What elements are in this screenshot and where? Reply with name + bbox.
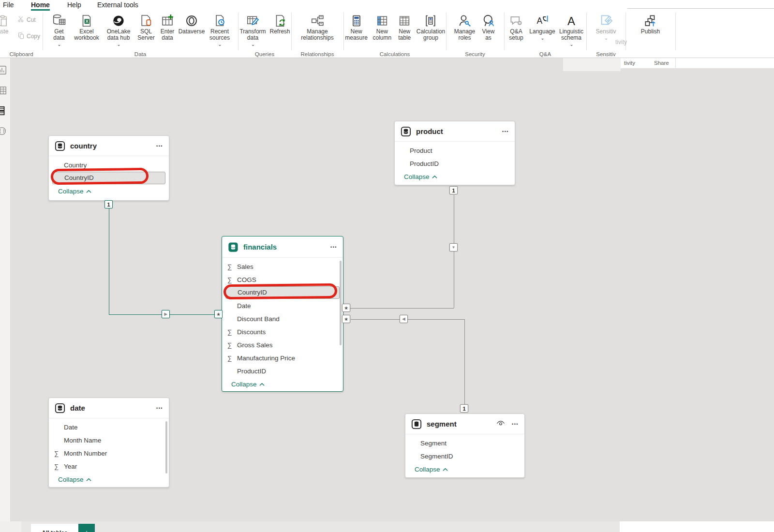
table-card-financials[interactable]: financials ••• ∑Sales ∑COGS CountryID Da… — [222, 236, 343, 392]
more-options-icon[interactable]: ••• — [330, 245, 337, 250]
field-manufacturing-price[interactable]: ∑Manufacturing Price — [222, 352, 343, 365]
collapse-link[interactable]: Collapse — [49, 185, 169, 197]
table-header-product[interactable]: product ••• — [395, 121, 515, 142]
model-view-icon[interactable] — [0, 105, 7, 116]
recent-sources-button[interactable]: Recent sources⌄ — [207, 13, 233, 47]
layout-tab-all-tables[interactable]: All tables — [31, 524, 78, 532]
menu-home[interactable]: Home — [31, 0, 50, 11]
view-as-button[interactable]: View as — [479, 13, 498, 41]
table-view-icon[interactable] — [0, 85, 7, 96]
menu-file[interactable]: File — [3, 0, 14, 11]
onelake-data-hub-button[interactable]: OneLake data hub⌄ — [103, 13, 134, 47]
language-button[interactable]: A Language⌄ — [528, 13, 556, 41]
new-column-button[interactable]: New column — [371, 13, 393, 41]
field-segment[interactable]: Segment — [405, 437, 524, 450]
cardinality-one-country[interactable]: 1 — [104, 200, 113, 208]
dataverse-button[interactable]: Dataverse — [178, 13, 205, 35]
table-header-financials[interactable]: financials ••• — [222, 236, 343, 258]
collapse-link[interactable]: Collapse — [222, 378, 343, 390]
relationship-arrow-right-icon[interactable]: ▶ — [162, 310, 170, 318]
dax-query-view-icon[interactable] — [0, 126, 7, 136]
eye-icon[interactable] — [496, 420, 505, 429]
field-date[interactable]: Date — [222, 299, 343, 312]
field-gross-sales[interactable]: ∑Gross Sales — [222, 339, 343, 352]
more-options-icon[interactable]: ••• — [156, 144, 163, 148]
relationship-arrow-down-icon[interactable]: ▼ — [449, 243, 458, 251]
cardinality-one-segment[interactable]: 1 — [460, 404, 468, 413]
menu-external-tools[interactable]: External tools — [97, 0, 138, 11]
new-measure-button[interactable]: New measure — [343, 13, 369, 41]
cardinality-many-financials[interactable]: * — [342, 315, 350, 323]
relationship-arrow-left-icon[interactable]: ◀ — [400, 315, 408, 323]
qa-setup-button[interactable]: Q&A setup — [506, 13, 527, 41]
copy-label: Copy — [27, 33, 40, 40]
paste-button[interactable]: aste — [0, 13, 13, 35]
new-layout-tab-button[interactable]: + — [78, 524, 95, 532]
field-discounts[interactable]: ∑Discounts — [222, 325, 343, 339]
get-data-button[interactable]: Get data⌄ — [48, 13, 70, 47]
relationship-line-segment-financials[interactable] — [464, 319, 465, 405]
new-table-button[interactable]: New table — [395, 13, 414, 41]
field-month-name[interactable]: Month Name — [49, 434, 169, 447]
more-options-icon[interactable]: ••• — [512, 422, 519, 427]
table-card-product[interactable]: product ••• Product ProductID Collapse — [394, 121, 515, 185]
field-date[interactable]: Date — [49, 421, 169, 434]
field-sales[interactable]: ∑Sales — [222, 260, 343, 273]
refresh-button[interactable]: Refresh — [269, 13, 291, 35]
excel-workbook-button[interactable]: X Excel workbook — [72, 13, 102, 41]
linguistic-schema-button[interactable]: A Linguistic schema⌄ — [558, 13, 585, 47]
field-countryid[interactable]: CountryID — [49, 172, 169, 185]
card-scrollbar[interactable] — [340, 261, 342, 345]
relationship-line-product-financials[interactable] — [454, 195, 454, 308]
table-plus-icon — [160, 13, 175, 29]
field-segmentid[interactable]: SegmentID — [405, 450, 524, 463]
publish-button[interactable]: Publish — [639, 13, 662, 35]
card-scrollbar[interactable] — [165, 421, 167, 473]
cardinality-one-product[interactable]: 1 — [449, 186, 458, 194]
selected-field-pill[interactable]: CountryID — [52, 172, 165, 184]
field-productid[interactable]: ProductID — [395, 157, 515, 170]
sensitivity-button[interactable]: Sensitiv⌄ — [592, 13, 621, 41]
field-countryid[interactable]: CountryID — [222, 286, 343, 299]
manage-relationships-button[interactable]: Manage relationships — [298, 13, 336, 41]
field-month-number[interactable]: ∑Month Number — [49, 447, 169, 460]
calculation-group-button[interactable]: Calculation group — [416, 13, 446, 41]
field-productid[interactable]: ProductID — [222, 365, 343, 378]
table-card-segment[interactable]: segment ••• Segment SegmentID Collapse — [405, 414, 525, 478]
new-column-label: New column — [371, 29, 393, 41]
menu-help[interactable]: Help — [67, 0, 81, 11]
copy-button[interactable]: Copy — [17, 32, 40, 41]
more-options-icon[interactable]: ••• — [502, 129, 509, 134]
sql-server-button[interactable]: SQL Server — [135, 13, 157, 41]
table-card-country[interactable]: country ••• Country CountryID Collapse — [48, 135, 169, 201]
table-card-date[interactable]: date ••• Date Month Name ∑Month Number ∑… — [48, 398, 169, 488]
transform-data-button[interactable]: Transform data⌄ — [238, 13, 268, 47]
report-view-icon[interactable] — [0, 65, 7, 75]
group-label-relationships: Relationships — [291, 51, 343, 57]
collapse-link[interactable]: Collapse — [395, 170, 515, 183]
cut-button[interactable]: Cut — [17, 15, 36, 24]
table-header-segment[interactable]: segment ••• — [405, 414, 524, 434]
group-label-queries: Queries — [238, 51, 291, 57]
field-cogs[interactable]: ∑COGS — [222, 273, 343, 286]
more-options-icon[interactable]: ••• — [156, 406, 163, 411]
cardinality-many-financials[interactable]: * — [214, 310, 223, 318]
field-discount-band[interactable]: Discount Band — [222, 312, 343, 325]
table-header-country[interactable]: country ••• — [49, 136, 169, 156]
enter-data-button[interactable]: Enter data — [158, 13, 177, 41]
cardinality-many-financials[interactable]: * — [342, 304, 350, 312]
selected-field-pill[interactable]: CountryID — [225, 286, 340, 299]
relationship-line-country-financials[interactable] — [109, 208, 109, 314]
collapse-link[interactable]: Collapse — [49, 473, 169, 486]
transform-data-icon — [246, 13, 260, 29]
table-title: country — [70, 142, 97, 150]
relationship-line-product-financials[interactable] — [346, 308, 454, 309]
layout-nav-area — [0, 521, 21, 532]
field-country[interactable]: Country — [49, 159, 169, 172]
table-header-date[interactable]: date ••• — [49, 398, 169, 418]
collapse-link[interactable]: Collapse — [405, 463, 524, 475]
field-product[interactable]: Product — [395, 144, 515, 157]
model-view-canvas[interactable]: 1 ▶ * 1 ▼ * * ◀ 1 country ••• Country Co… — [0, 58, 774, 521]
manage-roles-button[interactable]: Manage roles — [452, 13, 477, 41]
field-year[interactable]: ∑Year — [49, 460, 169, 473]
